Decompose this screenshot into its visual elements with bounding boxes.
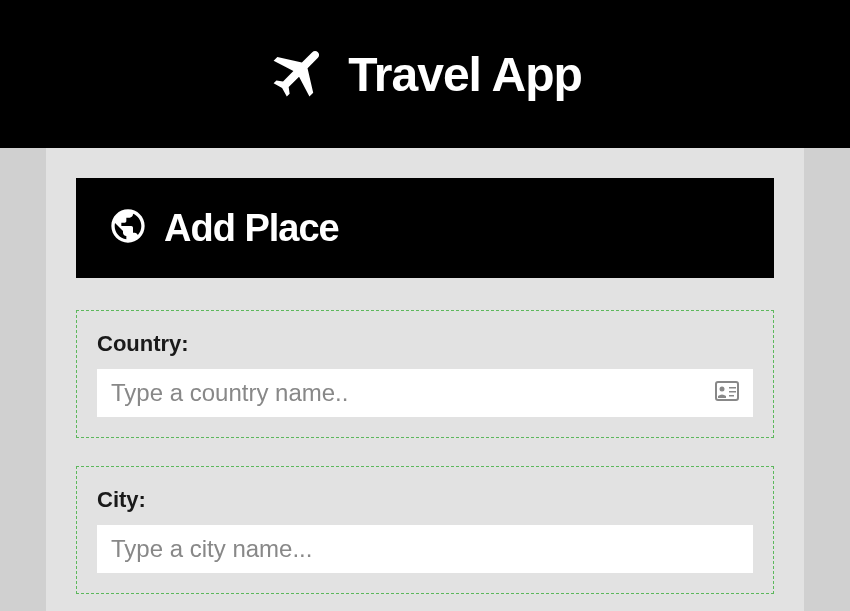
airplane-icon	[268, 40, 332, 108]
country-label: Country:	[97, 331, 753, 357]
app-title: Travel App	[348, 47, 582, 102]
content-wrapper: Add Place Country: City:	[46, 148, 804, 611]
city-label: City:	[97, 487, 753, 513]
country-input[interactable]	[111, 379, 715, 407]
city-input-wrapper	[97, 525, 753, 573]
svg-rect-3	[729, 391, 736, 393]
globe-icon	[108, 206, 148, 250]
app-header: Travel App	[0, 0, 850, 148]
svg-rect-4	[729, 395, 734, 397]
country-form-group: Country:	[76, 310, 774, 438]
svg-point-1	[720, 387, 725, 392]
section-header: Add Place	[76, 178, 774, 278]
country-input-wrapper	[97, 369, 753, 417]
content-inner: Add Place Country: City:	[46, 148, 804, 611]
svg-rect-2	[729, 387, 736, 389]
id-card-icon	[715, 381, 739, 405]
section-title: Add Place	[164, 207, 339, 250]
city-input[interactable]	[111, 535, 739, 563]
city-form-group: City:	[76, 466, 774, 594]
